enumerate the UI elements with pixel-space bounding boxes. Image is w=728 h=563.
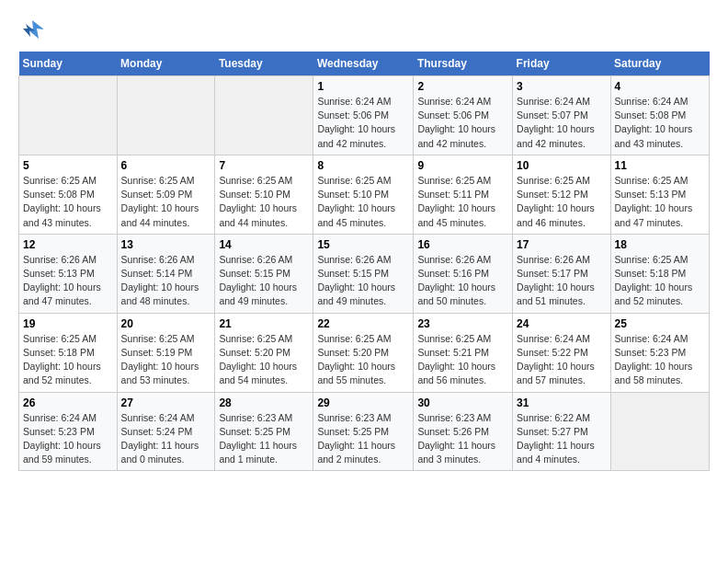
day-number: 6 bbox=[121, 159, 211, 172]
calendar-cell: 4Sunrise: 6:24 AM Sunset: 5:08 PM Daylig… bbox=[610, 76, 709, 155]
day-number: 7 bbox=[219, 159, 309, 172]
day-info: Sunrise: 6:25 AM Sunset: 5:18 PM Dayligh… bbox=[615, 254, 693, 307]
calendar-cell: 27Sunrise: 6:24 AM Sunset: 5:24 PM Dayli… bbox=[117, 392, 215, 471]
day-number: 3 bbox=[517, 80, 606, 93]
day-number: 2 bbox=[417, 80, 508, 93]
day-info: Sunrise: 6:23 AM Sunset: 5:25 PM Dayligh… bbox=[317, 412, 395, 465]
calendar-cell: 13Sunrise: 6:26 AM Sunset: 5:14 PM Dayli… bbox=[117, 234, 215, 313]
day-number: 16 bbox=[417, 238, 508, 251]
calendar-cell: 28Sunrise: 6:23 AM Sunset: 5:25 PM Dayli… bbox=[215, 392, 313, 471]
week-row-3: 12Sunrise: 6:26 AM Sunset: 5:13 PM Dayli… bbox=[19, 234, 710, 313]
calendar-cell: 19Sunrise: 6:25 AM Sunset: 5:18 PM Dayli… bbox=[19, 313, 118, 392]
calendar-cell: 15Sunrise: 6:26 AM Sunset: 5:15 PM Dayli… bbox=[313, 234, 414, 313]
day-number: 24 bbox=[517, 317, 606, 330]
calendar-cell: 24Sunrise: 6:24 AM Sunset: 5:22 PM Dayli… bbox=[513, 313, 610, 392]
day-info: Sunrise: 6:26 AM Sunset: 5:17 PM Dayligh… bbox=[517, 254, 595, 307]
day-info: Sunrise: 6:25 AM Sunset: 5:19 PM Dayligh… bbox=[121, 333, 199, 386]
day-info: Sunrise: 6:24 AM Sunset: 5:07 PM Dayligh… bbox=[517, 96, 595, 149]
day-info: Sunrise: 6:26 AM Sunset: 5:14 PM Dayligh… bbox=[121, 254, 199, 307]
calendar-cell: 8Sunrise: 6:25 AM Sunset: 5:10 PM Daylig… bbox=[313, 155, 414, 234]
week-row-2: 5Sunrise: 6:25 AM Sunset: 5:08 PM Daylig… bbox=[19, 155, 710, 234]
day-info: Sunrise: 6:26 AM Sunset: 5:15 PM Dayligh… bbox=[317, 254, 395, 307]
day-info: Sunrise: 6:23 AM Sunset: 5:26 PM Dayligh… bbox=[417, 412, 495, 465]
logo-bird-icon bbox=[18, 17, 46, 42]
day-number: 19 bbox=[23, 317, 113, 330]
calendar-header-row: SundayMondayTuesdayWednesdayThursdayFrid… bbox=[19, 52, 710, 76]
day-info: Sunrise: 6:26 AM Sunset: 5:15 PM Dayligh… bbox=[219, 254, 297, 307]
calendar-cell: 10Sunrise: 6:25 AM Sunset: 5:12 PM Dayli… bbox=[513, 155, 610, 234]
day-info: Sunrise: 6:24 AM Sunset: 5:24 PM Dayligh… bbox=[121, 412, 199, 465]
header-friday: Friday bbox=[513, 52, 610, 76]
day-number: 23 bbox=[417, 317, 508, 330]
day-number: 28 bbox=[219, 396, 309, 409]
header-tuesday: Tuesday bbox=[215, 52, 313, 76]
week-row-5: 26Sunrise: 6:24 AM Sunset: 5:23 PM Dayli… bbox=[19, 392, 710, 471]
day-info: Sunrise: 6:25 AM Sunset: 5:10 PM Dayligh… bbox=[219, 175, 297, 228]
day-info: Sunrise: 6:24 AM Sunset: 5:23 PM Dayligh… bbox=[615, 333, 693, 386]
calendar-cell: 3Sunrise: 6:24 AM Sunset: 5:07 PM Daylig… bbox=[513, 76, 610, 155]
day-info: Sunrise: 6:24 AM Sunset: 5:06 PM Dayligh… bbox=[317, 96, 395, 149]
calendar-cell: 21Sunrise: 6:25 AM Sunset: 5:20 PM Dayli… bbox=[215, 313, 313, 392]
day-info: Sunrise: 6:25 AM Sunset: 5:21 PM Dayligh… bbox=[417, 333, 495, 386]
day-info: Sunrise: 6:25 AM Sunset: 5:08 PM Dayligh… bbox=[23, 175, 101, 228]
day-number: 22 bbox=[317, 317, 409, 330]
day-info: Sunrise: 6:26 AM Sunset: 5:13 PM Dayligh… bbox=[23, 254, 101, 307]
day-info: Sunrise: 6:25 AM Sunset: 5:10 PM Dayligh… bbox=[317, 175, 395, 228]
header-monday: Monday bbox=[117, 52, 215, 76]
day-number: 9 bbox=[417, 159, 508, 172]
calendar-cell: 9Sunrise: 6:25 AM Sunset: 5:11 PM Daylig… bbox=[414, 155, 513, 234]
day-number: 4 bbox=[615, 80, 705, 93]
logo bbox=[18, 17, 50, 42]
day-number: 25 bbox=[615, 317, 705, 330]
day-number: 31 bbox=[517, 396, 606, 409]
day-number: 30 bbox=[417, 396, 508, 409]
day-info: Sunrise: 6:25 AM Sunset: 5:09 PM Dayligh… bbox=[121, 175, 199, 228]
calendar-cell bbox=[215, 76, 313, 155]
calendar-cell: 23Sunrise: 6:25 AM Sunset: 5:21 PM Dayli… bbox=[414, 313, 513, 392]
calendar-cell: 29Sunrise: 6:23 AM Sunset: 5:25 PM Dayli… bbox=[313, 392, 414, 471]
day-info: Sunrise: 6:25 AM Sunset: 5:18 PM Dayligh… bbox=[23, 333, 101, 386]
calendar-cell: 6Sunrise: 6:25 AM Sunset: 5:09 PM Daylig… bbox=[117, 155, 215, 234]
header-thursday: Thursday bbox=[414, 52, 513, 76]
calendar-cell: 7Sunrise: 6:25 AM Sunset: 5:10 PM Daylig… bbox=[215, 155, 313, 234]
day-number: 12 bbox=[23, 238, 113, 251]
header-saturday: Saturday bbox=[610, 52, 709, 76]
day-number: 27 bbox=[121, 396, 211, 409]
calendar-cell: 16Sunrise: 6:26 AM Sunset: 5:16 PM Dayli… bbox=[414, 234, 513, 313]
week-row-1: 1Sunrise: 6:24 AM Sunset: 5:06 PM Daylig… bbox=[19, 76, 710, 155]
day-info: Sunrise: 6:22 AM Sunset: 5:27 PM Dayligh… bbox=[517, 412, 595, 465]
day-info: Sunrise: 6:24 AM Sunset: 5:23 PM Dayligh… bbox=[23, 412, 101, 465]
page: SundayMondayTuesdayWednesdayThursdayFrid… bbox=[0, 0, 728, 488]
day-number: 20 bbox=[121, 317, 211, 330]
week-row-4: 19Sunrise: 6:25 AM Sunset: 5:18 PM Dayli… bbox=[19, 313, 710, 392]
day-info: Sunrise: 6:24 AM Sunset: 5:08 PM Dayligh… bbox=[615, 96, 693, 149]
calendar-cell: 12Sunrise: 6:26 AM Sunset: 5:13 PM Dayli… bbox=[19, 234, 118, 313]
calendar-cell bbox=[610, 392, 709, 471]
calendar-cell bbox=[117, 76, 215, 155]
day-number: 5 bbox=[23, 159, 113, 172]
day-number: 15 bbox=[317, 238, 409, 251]
calendar-cell: 17Sunrise: 6:26 AM Sunset: 5:17 PM Dayli… bbox=[513, 234, 610, 313]
day-number: 8 bbox=[317, 159, 409, 172]
header-wednesday: Wednesday bbox=[313, 52, 414, 76]
day-info: Sunrise: 6:23 AM Sunset: 5:25 PM Dayligh… bbox=[219, 412, 297, 465]
day-number: 18 bbox=[615, 238, 705, 251]
calendar-cell: 18Sunrise: 6:25 AM Sunset: 5:18 PM Dayli… bbox=[610, 234, 709, 313]
calendar-cell: 5Sunrise: 6:25 AM Sunset: 5:08 PM Daylig… bbox=[19, 155, 118, 234]
calendar-cell: 30Sunrise: 6:23 AM Sunset: 5:26 PM Dayli… bbox=[414, 392, 513, 471]
day-number: 11 bbox=[615, 159, 705, 172]
header bbox=[18, 17, 710, 42]
calendar-cell bbox=[19, 76, 118, 155]
day-number: 17 bbox=[517, 238, 606, 251]
day-number: 26 bbox=[23, 396, 113, 409]
calendar-cell: 20Sunrise: 6:25 AM Sunset: 5:19 PM Dayli… bbox=[117, 313, 215, 392]
day-info: Sunrise: 6:26 AM Sunset: 5:16 PM Dayligh… bbox=[417, 254, 495, 307]
calendar-cell: 22Sunrise: 6:25 AM Sunset: 5:20 PM Dayli… bbox=[313, 313, 414, 392]
calendar-cell: 25Sunrise: 6:24 AM Sunset: 5:23 PM Dayli… bbox=[610, 313, 709, 392]
day-info: Sunrise: 6:24 AM Sunset: 5:22 PM Dayligh… bbox=[517, 333, 595, 386]
day-info: Sunrise: 6:25 AM Sunset: 5:11 PM Dayligh… bbox=[417, 175, 495, 228]
calendar-cell: 1Sunrise: 6:24 AM Sunset: 5:06 PM Daylig… bbox=[313, 76, 414, 155]
day-number: 13 bbox=[121, 238, 211, 251]
day-info: Sunrise: 6:24 AM Sunset: 5:06 PM Dayligh… bbox=[417, 96, 495, 149]
day-number: 29 bbox=[317, 396, 409, 409]
